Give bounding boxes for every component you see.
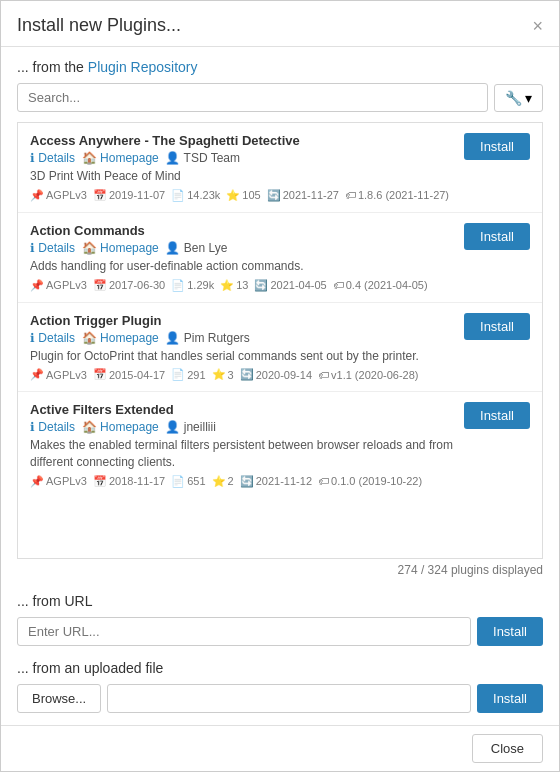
license-stat: 📌AGPLv3 (30, 279, 87, 292)
author-name: Pim Rutgers (184, 331, 250, 345)
author-name: TSD Team (184, 151, 240, 165)
plugin-stats: 📌AGPLv3 📅2017-06-30 📄1.29k ⭐13 🔄2021-04-… (30, 279, 456, 292)
flag-icon: 📌 (30, 475, 44, 488)
plugin-item: Access Anywhere - The Spaghetti Detectiv… (18, 123, 542, 213)
search-row: 🔧 ▾ (17, 83, 543, 112)
details-link[interactable]: Details (38, 151, 75, 165)
homepage-link[interactable]: Homepage (100, 151, 159, 165)
size-stat: 📄651 (171, 475, 205, 488)
star-icon: ⭐ (220, 279, 234, 292)
file-install-button[interactable]: Install (477, 684, 543, 713)
home-icon: 🏠 (82, 420, 97, 434)
home-icon: 🏠 (82, 331, 97, 345)
updated-stat: 🔄2021-11-12 (240, 475, 312, 488)
repo-section-title: ... from the Plugin Repository (17, 59, 543, 75)
homepage-link[interactable]: Homepage (100, 331, 159, 345)
wrench-dropdown-icon: ▾ (525, 90, 532, 106)
plugin-name: Access Anywhere - The Spaghetti Detectiv… (30, 133, 456, 148)
created-stat: 📅2017-06-30 (93, 279, 165, 292)
star-icon: ⭐ (226, 189, 240, 202)
version-stat: 🏷0.1.0 (2019-10-22) (318, 475, 422, 487)
from-file-section: ... from an uploaded file Browse... Inst… (17, 660, 543, 713)
updated-stat: 🔄2020-09-14 (240, 368, 312, 381)
search-input[interactable] (17, 83, 488, 112)
tag-icon: 🏷 (318, 369, 329, 381)
url-input[interactable] (17, 617, 471, 646)
install-button-2[interactable]: Install (464, 313, 530, 340)
file-icon: 📄 (171, 475, 185, 488)
plugin-meta-links: ℹ Details 🏠 Homepage 👤 TSD Team (30, 151, 456, 165)
wrench-icon: 🔧 (505, 90, 522, 106)
license-stat: 📌AGPLv3 (30, 475, 87, 488)
version-stat: 🏷1.8.6 (2021-11-27) (345, 189, 449, 201)
plugin-item-header: Action Trigger Plugin ℹ Details 🏠 Homepa… (30, 313, 530, 382)
plugin-item-header: Action Commands ℹ Details 🏠 Homepage 👤 B… (30, 223, 530, 292)
details-link[interactable]: Details (38, 331, 75, 345)
calendar-icon: 📅 (93, 189, 107, 202)
version-stat: 🏷v1.1 (2020-06-28) (318, 369, 418, 381)
author-icon: 👤 (165, 420, 180, 434)
plugin-item-info: Active Filters Extended ℹ Details 🏠 Home… (30, 402, 456, 488)
created-stat: 📅2019-11-07 (93, 189, 165, 202)
stars-stat: ⭐2 (212, 475, 234, 488)
from-url-title: ... from URL (17, 593, 543, 609)
info-icon: ℹ (30, 151, 35, 165)
plugin-item-info: Action Commands ℹ Details 🏠 Homepage 👤 B… (30, 223, 456, 292)
stars-stat: ⭐13 (220, 279, 248, 292)
plugin-item: Active Filters Extended ℹ Details 🏠 Home… (18, 392, 542, 498)
plugin-name: Active Filters Extended (30, 402, 456, 417)
refresh-icon: 🔄 (240, 368, 254, 381)
size-stat: 📄291 (171, 368, 205, 381)
install-plugins-modal: Install new Plugins... × ... from the Pl… (0, 0, 560, 772)
plugin-meta-links: ℹ Details 🏠 Homepage 👤 jneilliii (30, 420, 456, 434)
plugin-item: Action Trigger Plugin ℹ Details 🏠 Homepa… (18, 303, 542, 393)
info-icon: ℹ (30, 241, 35, 255)
plugin-item-header: Active Filters Extended ℹ Details 🏠 Home… (30, 402, 530, 488)
wrench-button[interactable]: 🔧 ▾ (494, 84, 543, 112)
plugin-meta-links: ℹ Details 🏠 Homepage 👤 Pim Rutgers (30, 331, 456, 345)
file-name-display (107, 684, 471, 713)
modal-header: Install new Plugins... × (1, 1, 559, 47)
refresh-icon: 🔄 (240, 475, 254, 488)
created-stat: 📅2018-11-17 (93, 475, 165, 488)
close-button[interactable]: Close (472, 734, 543, 763)
updated-stat: 🔄2021-11-27 (267, 189, 339, 202)
plugin-stats: 📌AGPLv3 📅2015-04-17 📄291 ⭐3 🔄2020-09-14 … (30, 368, 456, 381)
plugin-list: Access Anywhere - The Spaghetti Detectiv… (17, 122, 543, 559)
tag-icon: 🏷 (345, 189, 356, 201)
plugin-repo-link[interactable]: Plugin Repository (88, 59, 198, 75)
tag-icon: 🏷 (333, 279, 344, 291)
refresh-icon: 🔄 (267, 189, 281, 202)
plugin-description: Plugin for OctoPrint that handles serial… (30, 348, 456, 365)
plugin-item: Action Commands ℹ Details 🏠 Homepage 👤 B… (18, 213, 542, 303)
star-icon: ⭐ (212, 475, 226, 488)
star-icon: ⭐ (212, 368, 226, 381)
plugin-stats: 📌AGPLv3 📅2019-11-07 📄14.23k ⭐105 🔄2021-1… (30, 189, 456, 202)
install-button-3[interactable]: Install (464, 402, 530, 429)
details-link[interactable]: Details (38, 241, 75, 255)
modal-body: ... from the Plugin Repository 🔧 ▾ Acces… (1, 47, 559, 725)
modal-title: Install new Plugins... (17, 15, 181, 36)
calendar-icon: 📅 (93, 475, 107, 488)
install-button-1[interactable]: Install (464, 223, 530, 250)
tag-icon: 🏷 (318, 475, 329, 487)
author-icon: 👤 (165, 151, 180, 165)
browse-button[interactable]: Browse... (17, 684, 101, 713)
flag-icon: 📌 (30, 279, 44, 292)
url-install-button[interactable]: Install (477, 617, 543, 646)
plugin-name: Action Commands (30, 223, 456, 238)
plugin-count: 274 / 324 plugins displayed (17, 559, 543, 579)
updated-stat: 🔄2021-04-05 (254, 279, 326, 292)
details-link[interactable]: Details (38, 420, 75, 434)
size-stat: 📄1.29k (171, 279, 214, 292)
install-button-0[interactable]: Install (464, 133, 530, 160)
homepage-link[interactable]: Homepage (100, 420, 159, 434)
close-x-button[interactable]: × (532, 17, 543, 35)
plugin-stats: 📌AGPLv3 📅2018-11-17 📄651 ⭐2 🔄2021-11-12 … (30, 475, 456, 488)
from-url-section: ... from URL Install (17, 593, 543, 646)
plugin-item-info: Access Anywhere - The Spaghetti Detectiv… (30, 133, 456, 202)
from-url-row: Install (17, 617, 543, 646)
version-stat: 🏷0.4 (2021-04-05) (333, 279, 428, 291)
from-file-title: ... from an uploaded file (17, 660, 543, 676)
homepage-link[interactable]: Homepage (100, 241, 159, 255)
